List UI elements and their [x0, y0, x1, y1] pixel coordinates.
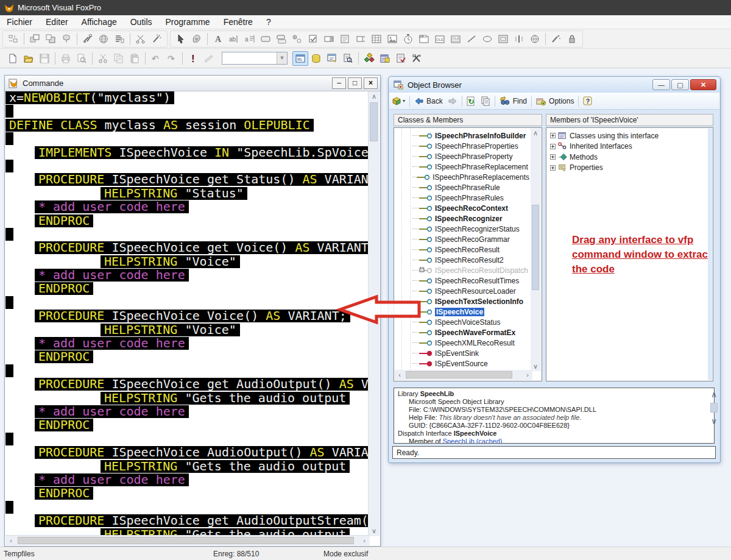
tree-item-ispeventsink[interactable]: ISpEventSink: [412, 348, 529, 358]
tree-item-ispeechrecognizer[interactable]: ISpeechRecognizer: [412, 213, 529, 224]
minimize-button[interactable]: –: [332, 77, 346, 89]
library-package-button[interactable]: ▾: [389, 96, 408, 106]
help-button[interactable]: ?: [581, 96, 595, 105]
members-scrollbar[interactable]: [708, 129, 712, 380]
menu-programme[interactable]: Programme: [159, 16, 217, 28]
scroll-up-icon[interactable]: ∧: [531, 129, 540, 137]
layers-button[interactable]: [111, 32, 127, 46]
builder-lock-button[interactable]: [548, 32, 564, 46]
cut-tool-button[interactable]: [133, 32, 149, 46]
member-group-inherited-interfaces[interactable]: Inherited Interfaces: [550, 141, 705, 152]
save-button[interactable]: [37, 51, 52, 66]
tree-item-ispeechphraseproperty[interactable]: ISpeechPhraseProperty: [412, 151, 529, 161]
tree-item-ispeechrecognizerstatus[interactable]: ISpeechRecognizerStatus: [412, 224, 529, 234]
image-button[interactable]: [384, 32, 400, 46]
send-back-button[interactable]: [43, 32, 58, 46]
copy-button[interactable]: [111, 51, 127, 66]
lock-button[interactable]: [564, 32, 580, 46]
command-window-titlebar[interactable]: Commande – □ ×: [5, 76, 380, 91]
member-group-classes-using-this-interface[interactable]: Classes using this interface: [550, 130, 705, 141]
tree-item-ispeechwaveformatex[interactable]: ISpeechWaveFormatEx: [412, 327, 529, 338]
paste-button[interactable]: [127, 51, 143, 66]
members-panel[interactable]: Classes using this interfaceInherited In…: [546, 127, 713, 381]
tree-item-ispeechrecoresult[interactable]: ISpeechRecoResult: [412, 244, 529, 255]
textbox-button[interactable]: ab: [226, 32, 242, 46]
print-preview-button[interactable]: [74, 51, 90, 66]
tree-item-ispeechresourceloader[interactable]: ISpeechResourceLoader: [412, 286, 529, 296]
command-window-button[interactable]: [292, 51, 308, 66]
new-button[interactable]: [5, 51, 21, 66]
find-button[interactable]: Find: [497, 96, 529, 105]
web-button[interactable]: [96, 32, 111, 46]
menu-affichage[interactable]: Affichage: [75, 16, 124, 28]
open-button[interactable]: [21, 51, 37, 66]
tree-item-ispeechrecoresultdispatch[interactable]: ISpeechRecoResultDispatch: [412, 265, 529, 275]
pageframe-button[interactable]: [416, 32, 432, 46]
commandgroup-button[interactable]: [274, 32, 289, 46]
component-gallery-button[interactable]: [361, 51, 377, 66]
tree-vertical-scrollbar[interactable]: ∧ ∨: [531, 129, 541, 371]
code-references-button[interactable]: [393, 51, 409, 66]
options-button[interactable]: Options: [534, 96, 576, 106]
menu-editer[interactable]: Editer: [39, 16, 75, 28]
combobox-button[interactable]: [321, 32, 337, 46]
close-button[interactable]: ✕: [690, 79, 716, 90]
object-browser-titlebar[interactable]: Object Browser — ▢ ✕: [389, 77, 720, 93]
view-window-button[interactable]: [324, 51, 340, 66]
label-button[interactable]: A: [210, 32, 226, 46]
print-button[interactable]: [58, 51, 74, 66]
close-button[interactable]: ×: [364, 77, 378, 89]
cut-button[interactable]: [95, 51, 111, 66]
tree-horizontal-scrollbar[interactable]: ‹ ›: [395, 370, 532, 380]
maximize-button[interactable]: □: [348, 77, 362, 89]
tree-item-ispeventsource[interactable]: ISpEventSource: [412, 358, 529, 369]
container-button[interactable]: [495, 32, 511, 46]
tree-item-ispeechvoice[interactable]: ISpeechVoice: [412, 307, 529, 317]
builder-button[interactable]: [80, 32, 96, 46]
scroll-right-icon[interactable]: ›: [360, 537, 369, 544]
menu-fichier[interactable]: Fichier: [0, 16, 39, 28]
checkbox-button[interactable]: [305, 32, 321, 46]
scroll-up-icon[interactable]: ∧: [709, 389, 719, 399]
toolbox-button[interactable]: [409, 51, 425, 66]
ole-container-button[interactable]: OLE: [432, 32, 448, 46]
bring-front-button[interactable]: [27, 32, 43, 46]
tree-item-ispeechrecogrammar[interactable]: ISpeechRecoGrammar: [412, 234, 529, 244]
copy-button[interactable]: [478, 96, 493, 106]
document-view-button[interactable]: [340, 51, 356, 66]
grid-align-button[interactable]: [5, 32, 21, 46]
tree-item-ispeechrecoresult2[interactable]: ISpeechRecoResult2: [412, 255, 529, 265]
editbox-button[interactable]: a: [242, 32, 258, 46]
maximize-button[interactable]: ▢: [671, 79, 689, 90]
tree-item-ispeechphraserules[interactable]: ISpeechPhraseRules: [412, 193, 529, 203]
classes-members-tree[interactable]: ISpeechPhraseInfoBuilderISpeechPhrasePro…: [394, 127, 542, 381]
scroll-down-icon[interactable]: ∨: [709, 416, 719, 426]
optiongroup-button[interactable]: [289, 32, 305, 46]
tree-item-ispeechrecoresulttimes[interactable]: ISpeechRecoResultTimes: [412, 275, 529, 286]
forward-button[interactable]: [445, 97, 460, 105]
view-classes-button[interactable]: [189, 32, 205, 46]
modify-form-button[interactable]: [201, 51, 217, 66]
tree-item-ispeechtextselectioninfo[interactable]: ISpeechTextSelectionInfo: [412, 296, 529, 307]
run-button[interactable]: !: [185, 51, 201, 66]
tree-item-ispeechphraseproperties[interactable]: ISpeechPhraseProperties: [412, 141, 529, 151]
timer-button[interactable]: [400, 32, 416, 46]
library-link[interactable]: SpeechLib (cached): [443, 438, 503, 444]
member-group-methods[interactable]: Methods: [550, 152, 705, 162]
info-scrollbar[interactable]: ∧ ∨: [709, 389, 719, 442]
line-button[interactable]: [464, 32, 479, 46]
dropdown-arrow-icon[interactable]: ▼: [277, 52, 287, 64]
spinner-button[interactable]: [353, 32, 369, 46]
group-button[interactable]: [58, 32, 74, 46]
tree-item-ispeechphraseinfobuilder[interactable]: ISpeechPhraseInfoBuilder: [412, 130, 529, 141]
refresh-button[interactable]: ↻: [464, 96, 478, 106]
menu-fentre[interactable]: Fenêtre: [217, 16, 260, 28]
shape-button[interactable]: [479, 32, 495, 46]
grid-button[interactable]: [369, 32, 384, 46]
expand-plus-icon[interactable]: [550, 144, 556, 149]
scroll-down-icon[interactable]: ∨: [369, 527, 380, 535]
redo-button[interactable]: ↷: [164, 51, 180, 66]
expand-plus-icon[interactable]: [550, 154, 556, 160]
commandbutton-button[interactable]: [258, 32, 274, 46]
menu-outils[interactable]: Outils: [124, 16, 159, 28]
